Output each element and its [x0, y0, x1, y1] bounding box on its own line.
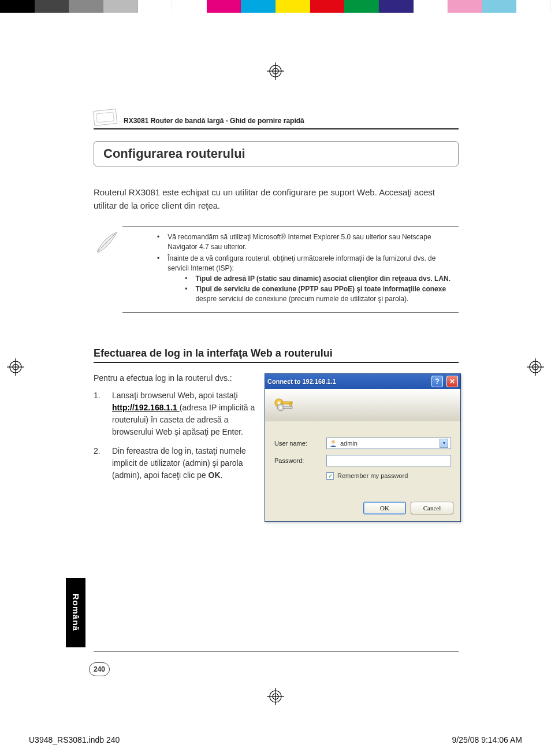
- close-button[interactable]: ✕: [446, 376, 458, 387]
- login-dialog: Connect to 192.168.1.1 ? ✕: [265, 373, 461, 522]
- username-field[interactable]: admin ▾: [326, 438, 451, 449]
- registration-mark-icon: [267, 688, 284, 705]
- footer-datetime: 9/25/08 9:14:06 AM: [452, 735, 522, 744]
- router-url-link[interactable]: http://192.168.1.1: [112, 403, 180, 412]
- help-button[interactable]: ?: [431, 376, 443, 387]
- footer-filename: U3948_RS3081.indb 240: [29, 735, 120, 744]
- dropdown-arrow-icon[interactable]: ▾: [440, 439, 448, 448]
- subsection-heading: Efectuarea de log in la interfaţa Web a …: [94, 347, 459, 363]
- steps-intro: Pentru a efectua log in la routerul dvs.…: [94, 373, 255, 383]
- remember-label: Remember my password: [337, 472, 408, 479]
- note-feather-icon: [94, 230, 119, 255]
- print-footer: U3948_RS3081.indb 240 9/25/08 9:14:06 AM: [29, 735, 522, 744]
- step-number: 2.: [94, 445, 104, 481]
- section-title: Configurarea routerului: [103, 146, 449, 161]
- intro-paragraph: Routerul RX3081 este echipat cu un utili…: [94, 186, 459, 212]
- svg-rect-20: [290, 403, 292, 406]
- user-icon: [329, 439, 337, 447]
- username-value: admin: [340, 440, 358, 447]
- dialog-title: Connect to 192.168.1.1: [267, 378, 428, 385]
- step-body: Din fereastra de log in, tastaţi numele …: [112, 445, 255, 481]
- note-subitem: Tipul de adresă IP (static sau dinamic) …: [195, 274, 451, 284]
- note-item: Vă recomandăm să utilizaţi Microsoft® In…: [167, 232, 453, 253]
- registration-mark-icon: [7, 358, 24, 376]
- divider: [94, 651, 459, 652]
- language-label: Română: [71, 594, 81, 631]
- ok-button[interactable]: OK: [363, 502, 406, 514]
- step-number: 1.: [94, 390, 104, 438]
- note-item: Înainte de a vă configura routerul, obţi…: [167, 254, 435, 272]
- dialog-banner: [265, 389, 460, 421]
- divider: [94, 128, 459, 129]
- language-tab: Română: [66, 578, 85, 647]
- doc-header-title: RX3081 Router de bandă largă - Ghid de p…: [124, 117, 304, 125]
- svg-line-16: [97, 234, 116, 252]
- registration-mark-icon: [267, 62, 284, 80]
- svg-rect-23: [283, 406, 292, 409]
- step-body: Lansaţi browserul Web, apoi tastaţi http…: [112, 390, 255, 438]
- note-box: •Vă recomandăm să utilizaţi Microsoft® I…: [122, 226, 459, 313]
- section-title-capsule: Configurarea routerului: [94, 141, 459, 166]
- password-field[interactable]: [326, 455, 451, 466]
- registration-mark-icon: [527, 358, 544, 376]
- keys-icon: [273, 395, 296, 416]
- cancel-button[interactable]: Cancel: [411, 502, 453, 514]
- note-subitem: Tipul de serviciu de conexiune (PPTP sau…: [195, 284, 453, 305]
- dialog-titlebar: Connect to 192.168.1.1 ? ✕: [265, 374, 460, 389]
- password-label: Password:: [274, 457, 326, 464]
- svg-point-24: [332, 440, 335, 443]
- svg-point-22: [280, 406, 282, 409]
- username-label: User name:: [274, 440, 326, 447]
- print-colorbar: [0, 0, 551, 13]
- remember-checkbox[interactable]: ✓: [326, 472, 334, 480]
- router-icon: [93, 109, 117, 126]
- page-number: 240: [89, 662, 110, 676]
